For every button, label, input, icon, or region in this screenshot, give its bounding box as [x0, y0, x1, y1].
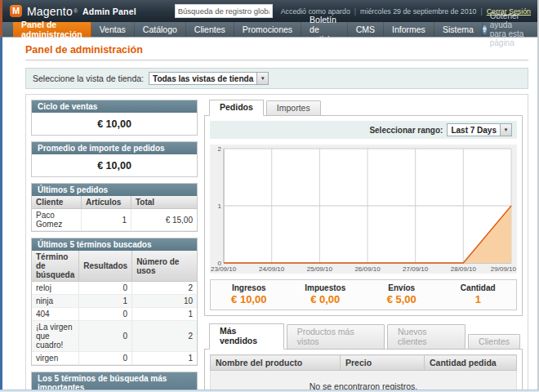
average-order-card: Promedio de importe de pedidos € 10,00: [31, 141, 198, 177]
table-cell: 1: [82, 209, 131, 231]
table-cell: € 15,00: [131, 209, 198, 231]
table-cell: 0: [79, 308, 132, 321]
main-nav: Panel de administraciónVentasCatálogoCli…: [0, 22, 539, 38]
stat-label: Envíos: [363, 283, 440, 292]
dashboard-panel: Ciclo de ventas € 10,00 Promedio de impo…: [25, 94, 528, 392]
bottom-tabs: Más vendidosProductos más vistosNuevos c…: [204, 323, 523, 350]
totals-bar: Ingresos€ 10,00Impuestos€ 0,00Envíos€ 5,…: [210, 279, 517, 310]
table-cell: virgen: [32, 352, 79, 365]
column-header: Cantidad pedida: [425, 355, 517, 371]
nav-item[interactable]: Clientes: [186, 22, 234, 37]
table-cell: 10: [132, 295, 197, 308]
total-stat: Ingresos€ 10,00: [211, 283, 287, 305]
nav-item[interactable]: Panel de administración: [13, 22, 91, 37]
table-cell: 1: [79, 295, 132, 308]
orders-panel: Seleccionar rango: Last 7 Days ▼ 01223/0…: [204, 115, 523, 316]
nav-list: Panel de administraciónVentasCatálogoCli…: [0, 22, 483, 37]
svg-text:1: 1: [218, 203, 222, 210]
brand-suffix: Admin Panel: [82, 7, 136, 16]
orders-chart: 01223/09/1024/09/1025/09/1026/09/1027/09…: [210, 145, 517, 274]
nav-item[interactable]: Informes: [384, 22, 434, 37]
window-left-border: [0, 0, 2, 392]
tab[interactable]: Pedidos: [209, 100, 264, 116]
svg-text:24/09/10: 24/09/10: [259, 265, 285, 273]
help-icon: ?: [483, 25, 487, 34]
table-cell: 1: [132, 308, 197, 321]
table-row: 40401: [32, 308, 197, 321]
nav-item[interactable]: CMS: [348, 22, 384, 37]
stat-value: 1: [440, 293, 517, 305]
tab[interactable]: Importes: [266, 100, 321, 116]
main-content: Panel de administración Seleccione la vi…: [0, 38, 539, 392]
stat-value: € 5,00: [363, 293, 440, 305]
table-row: reloj02: [32, 282, 197, 295]
tab[interactable]: Productos más vistos: [287, 324, 385, 350]
page-title: Panel de administración: [25, 44, 528, 56]
nav-item[interactable]: Promociones: [234, 22, 301, 37]
store-view-select[interactable]: Todas las vistas de tienda ▼: [149, 72, 269, 85]
svg-text:28/09/10: 28/09/10: [451, 265, 477, 273]
column-header: Resultados: [79, 251, 132, 282]
table-row: ¡La virgen que cuadro!02: [32, 321, 197, 352]
nav-item[interactable]: Ventas: [91, 22, 135, 37]
magento-logo: M Magento ® Admin Panel: [10, 5, 136, 18]
dashboard-right-column: PedidosImportes Seleccionar rango: Last …: [204, 100, 523, 392]
svg-text:25/09/10: 25/09/10: [307, 265, 333, 273]
current-date: miércoles 29 de septiembre de 2010: [360, 7, 476, 16]
column-header: Nombre del producto: [211, 355, 341, 371]
store-view-label: Seleccione la vista de tienda:: [33, 74, 144, 83]
table-row: ninja110: [32, 295, 197, 308]
table-cell: 404: [32, 308, 79, 321]
nav-item[interactable]: Boletín de noticias: [301, 22, 348, 37]
svg-text:29/09/10: 29/09/10: [491, 265, 517, 273]
table-cell: 0: [79, 321, 132, 352]
svg-text:23/09/10: 23/09/10: [211, 265, 237, 273]
meta-separator: |: [480, 7, 482, 16]
table-cell: Paco Gomez: [32, 209, 82, 231]
range-label: Seleccionar rango:: [369, 126, 443, 135]
column-header: Precio: [341, 355, 425, 371]
svg-text:26/09/10: 26/09/10: [354, 265, 381, 273]
nav-item[interactable]: Catálogo: [135, 22, 186, 37]
tab[interactable]: Nuevos clientes: [387, 324, 466, 350]
header: M Magento ® Admin Panel Accedió como apa…: [0, 0, 539, 22]
table-cell: reloj: [32, 282, 79, 295]
help-link[interactable]: ? Obtener ayuda para esta página: [483, 22, 539, 37]
range-bar: Seleccionar rango: Last 7 Days ▼: [210, 121, 517, 139]
column-header: Cliente: [32, 196, 82, 209]
global-search-input[interactable]: [175, 4, 273, 18]
stat-value: € 0,00: [287, 293, 364, 305]
tab[interactable]: Más vendidos: [209, 323, 284, 350]
bestsellers-table: Nombre del productoPrecioCantidad pedida…: [210, 354, 517, 392]
tab[interactable]: Clientes: [468, 334, 520, 350]
registered-mark: ®: [74, 8, 78, 14]
magento-logo-icon: M: [10, 5, 22, 17]
table-cell: ninja: [32, 295, 79, 308]
range-select[interactable]: Last 7 Days ▼: [447, 123, 512, 136]
last-orders-card: Últimos 5 pedidos ClienteArtículosTotalP…: [31, 183, 198, 232]
column-header: Término de búsqueda: [32, 251, 79, 282]
stat-value: € 10,00: [211, 293, 287, 305]
last-search-terms-table: Término de búsquedaResultadosNúmero de u…: [32, 251, 197, 365]
meta-separator: |: [354, 7, 356, 16]
store-view-selected: Todas las vistas de tienda: [149, 73, 256, 84]
last-orders-title: Últimos 5 pedidos: [32, 184, 197, 196]
table-cell: ¡La virgen que cuadro!: [32, 321, 79, 352]
chevron-down-icon: ▼: [256, 73, 268, 84]
average-order-title: Promedio de importe de pedidos: [32, 142, 197, 154]
lifetime-sales-title: Ciclo de ventas: [32, 100, 197, 113]
store-view-bar: Seleccione la vista de tienda: Todas las…: [25, 68, 528, 89]
column-header: Artículos: [82, 196, 131, 209]
last-search-terms-title: Últimos 5 términos buscados: [32, 238, 197, 251]
total-stat: Impuestos€ 0,00: [287, 283, 364, 305]
chevron-down-icon: ▼: [500, 124, 511, 136]
svg-text:27/09/10: 27/09/10: [403, 265, 429, 273]
brand-name: Magento: [27, 5, 73, 18]
browser-viewport: M Magento ® Admin Panel Accedió como apa…: [0, 0, 539, 392]
table-cell: 0: [79, 352, 132, 365]
nav-item[interactable]: Sistema: [434, 22, 483, 37]
window-left-border-accent: [0, 0, 2, 37]
logged-in-as: Accedió como apardo: [281, 7, 350, 16]
range-selected: Last 7 Days: [448, 124, 500, 136]
table-row: virgen01: [32, 352, 197, 365]
